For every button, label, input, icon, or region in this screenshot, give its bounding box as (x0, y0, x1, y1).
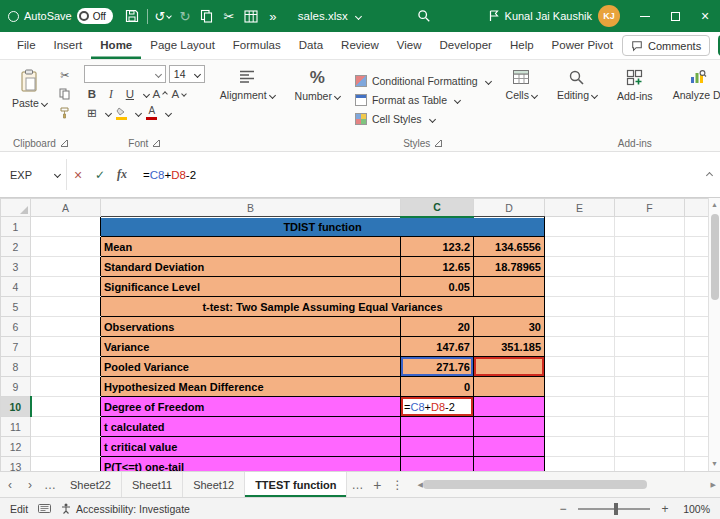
number-button[interactable]: % Number (290, 65, 345, 106)
cell-c10[interactable]: =C8+D8-2 (401, 397, 474, 417)
cell-b10[interactable]: Degree of Freedom (101, 397, 401, 417)
cell-e3[interactable] (545, 257, 615, 277)
menu-tab-page-layout[interactable]: Page Layout (141, 32, 224, 59)
cell-d13[interactable] (474, 457, 545, 472)
row-header-2[interactable]: 2 (1, 237, 31, 257)
cell-f5[interactable] (615, 297, 685, 317)
enter-button[interactable]: ✓ (89, 168, 111, 182)
cell-a10[interactable] (31, 397, 101, 417)
sheet-tab-ttest-function[interactable]: TTEST function (245, 472, 347, 497)
column-header-d[interactable]: D (474, 199, 545, 217)
menu-tab-help[interactable]: Help (501, 32, 543, 59)
sheet-overflow-button[interactable]: … (347, 472, 367, 497)
horizontal-scroll-track[interactable] (423, 480, 711, 490)
cell-a2[interactable] (31, 237, 101, 257)
select-all-button[interactable] (1, 199, 31, 217)
cell-b1[interactable]: TDIST function (101, 217, 545, 237)
cell-d9[interactable] (474, 377, 545, 397)
sheet-menu-button[interactable]: ⋮ (387, 472, 407, 497)
cell-a7[interactable] (31, 337, 101, 357)
cell-a8[interactable] (31, 357, 101, 377)
redo-button[interactable]: ↻ (174, 3, 196, 29)
cell-f1[interactable] (615, 217, 685, 237)
cell-b5[interactable]: t-test: Two Sample Assuming Equal Varian… (101, 297, 545, 317)
zoom-in-button[interactable]: + (658, 502, 672, 516)
column-header-a[interactable]: A (31, 199, 101, 217)
font-dialog-launcher[interactable] (153, 140, 160, 147)
cut-button[interactable]: ✂ (56, 67, 74, 83)
search-button[interactable] (413, 3, 435, 29)
cell-c7[interactable]: 147.67 (401, 337, 474, 357)
cell-c4[interactable]: 0.05 (401, 277, 474, 297)
cell-d10[interactable] (474, 397, 545, 417)
row-header-8[interactable]: 8 (1, 357, 31, 377)
cell-a3[interactable] (31, 257, 101, 277)
sheet-tab-sheet12[interactable]: Sheet12 (183, 472, 245, 497)
cell-d7[interactable]: 351.185 (474, 337, 545, 357)
menu-tab-review[interactable]: Review (332, 32, 388, 59)
cell-c3[interactable]: 12.65 (401, 257, 474, 277)
cell-a13[interactable] (31, 457, 101, 472)
cell-a5[interactable] (31, 297, 101, 317)
menu-tab-file[interactable]: File (8, 32, 45, 59)
menu-tab-data[interactable]: Data (290, 32, 332, 59)
macro-record-button[interactable] (38, 503, 51, 515)
cancel-button[interactable]: × (67, 167, 89, 183)
cell-f6[interactable] (615, 317, 685, 337)
cell-e6[interactable] (545, 317, 615, 337)
row-header-12[interactable]: 12 (1, 437, 31, 457)
cell-f3[interactable] (615, 257, 685, 277)
undo-button[interactable]: ↺ (152, 3, 174, 29)
menu-tab-developer[interactable]: Developer (431, 32, 501, 59)
cell-c13[interactable] (401, 457, 474, 472)
vertical-scroll-thumb[interactable] (711, 214, 719, 300)
column-header-f[interactable]: F (615, 199, 685, 217)
zoom-slider[interactable] (578, 508, 650, 510)
horizontal-scrollbar[interactable]: ◀ ▶ (417, 472, 716, 497)
account-area[interactable]: Kunal Jai Kaushik (489, 10, 592, 22)
row-header-5[interactable]: 5 (1, 297, 31, 317)
cells-button[interactable]: Cells (501, 65, 542, 105)
cell-e13[interactable] (545, 457, 615, 472)
cell-e8[interactable] (545, 357, 615, 377)
editing-button[interactable]: Editing (552, 65, 602, 105)
comments-button[interactable]: Comments (622, 35, 710, 56)
cell-g13[interactable] (685, 457, 709, 472)
cell-f4[interactable] (615, 277, 685, 297)
cell-g4[interactable] (685, 277, 709, 297)
zoom-out-button[interactable]: − (556, 502, 570, 516)
cell-g8[interactable] (685, 357, 709, 377)
menu-tab-view[interactable]: View (388, 32, 431, 59)
cell-g5[interactable] (685, 297, 709, 317)
horizontal-scroll-thumb[interactable] (423, 480, 647, 489)
cell-e9[interactable] (545, 377, 615, 397)
cell-f13[interactable] (615, 457, 685, 472)
sheet-tab-sheet22[interactable]: Sheet22 (60, 472, 122, 497)
row-header-11[interactable]: 11 (1, 417, 31, 437)
scroll-down-arrow[interactable]: ▼ (711, 457, 718, 471)
cell-f7[interactable] (615, 337, 685, 357)
column-header-b[interactable]: B (101, 199, 401, 217)
cell-b11[interactable]: t calculated (101, 417, 401, 437)
cell-d4[interactable] (474, 277, 545, 297)
font-color-chevron-icon[interactable] (165, 109, 172, 116)
menu-tab-insert[interactable]: Insert (45, 32, 92, 59)
new-sheet-button[interactable]: + (367, 472, 387, 497)
sheet-list-button[interactable]: … (40, 472, 60, 497)
cell-f8[interactable] (615, 357, 685, 377)
addins-button[interactable]: Add-ins (612, 65, 658, 106)
cell-g6[interactable] (685, 317, 709, 337)
cell-g9[interactable] (685, 377, 709, 397)
cell-e7[interactable] (545, 337, 615, 357)
menu-tab-power-pivot[interactable]: Power Pivot (543, 32, 622, 59)
paste-button[interactable]: Paste (7, 65, 52, 113)
analyze-data-button[interactable]: Analyze Data (668, 65, 720, 105)
column-header-e[interactable]: E (545, 199, 615, 217)
cell-a9[interactable] (31, 377, 101, 397)
cell-c2[interactable]: 123.2 (401, 237, 474, 257)
underline-chevron-icon[interactable] (143, 90, 150, 97)
cell-d3[interactable]: 18.78965 (474, 257, 545, 277)
row-header-7[interactable]: 7 (1, 337, 31, 357)
cell-d12[interactable] (474, 437, 545, 457)
copy-button-titlebar[interactable] (196, 3, 218, 29)
